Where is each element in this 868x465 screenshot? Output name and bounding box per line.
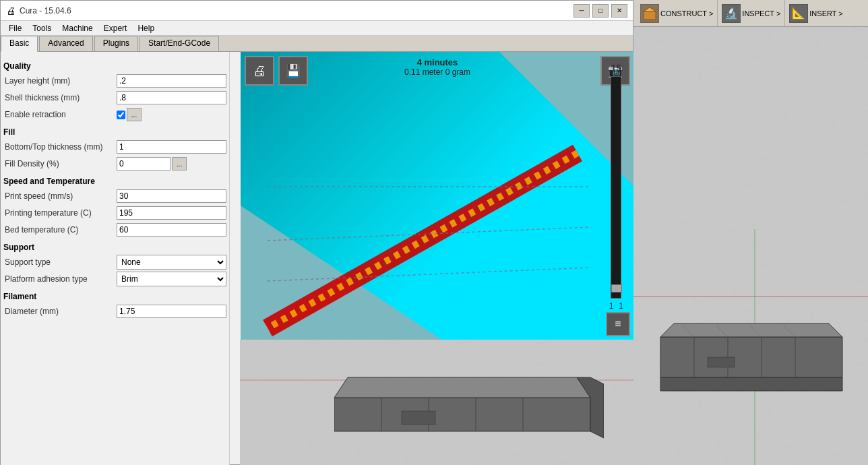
diameter-row: Diameter (mm): [3, 304, 226, 319]
right-toolbar: CONSTRUCT > 🔬 INSPECT > 📐 INSERT >: [633, 0, 868, 27]
enable-retraction-checkbox[interactable]: [117, 111, 125, 119]
svg-rect-31: [402, 411, 435, 425]
svg-marker-11: [660, 337, 842, 377]
shell-thickness-row: Shell thickness (mm): [3, 90, 226, 105]
svg-line-4: [268, 268, 591, 281]
layer-height-row: Layer height (mm): [3, 73, 226, 88]
support-type-select[interactable]: None Touching buildplate Everywhere: [117, 255, 226, 270]
print-speed-input[interactable]: [117, 189, 226, 203]
tab-plugins[interactable]: Plugins: [94, 36, 138, 51]
bed-temp-label: Bed temperature (C): [3, 225, 117, 235]
filament-header: Filament: [3, 292, 226, 301]
insert-label[interactable]: INSERT >: [809, 9, 842, 18]
3d-object-svg: [654, 270, 863, 404]
layer-bottom-right-label: 1: [619, 301, 623, 311]
construct-group: CONSTRUCT >: [636, 0, 718, 26]
window-title: Cura - 15.04.6: [20, 6, 574, 16]
quality-header: Quality: [3, 61, 226, 71]
app-icon: 🖨: [6, 5, 16, 16]
inspect-group: 🔬 INSPECT >: [718, 0, 785, 26]
printing-temp-label: Printing temperature (C): [3, 208, 117, 218]
diameter-label: Diameter (mm): [3, 307, 117, 316]
tab-basic[interactable]: Basic: [1, 36, 38, 52]
svg-marker-25: [334, 377, 590, 398]
inspect-icon: 🔬: [722, 4, 741, 23]
fill-density-label: Fill Density (%): [3, 159, 117, 168]
layer-height-label: Layer height (mm): [3, 76, 117, 86]
3d-viewport: [633, 27, 868, 465]
close-button[interactable]: ✕: [611, 4, 627, 18]
platform-adhesion-row: Platform adhesion type None Brim Raft: [3, 272, 226, 286]
printing-temp-row: Printing temperature (C): [3, 206, 226, 220]
sd-save-button[interactable]: 💾: [278, 56, 308, 86]
preview-time: 4 minutes: [404, 57, 470, 67]
layer-slider-track[interactable]: [611, 76, 621, 299]
svg-marker-12: [660, 323, 842, 337]
diameter-input[interactable]: [117, 305, 226, 318]
tabbar: Basic Advanced Plugins Start/End-GCode: [1, 36, 633, 52]
layer-slider-thumb[interactable]: [611, 284, 622, 292]
tab-start-end-gcode[interactable]: Start/End-GCode: [140, 36, 219, 51]
enable-retraction-row: Enable retraction ...: [3, 107, 226, 122]
menu-file[interactable]: File: [3, 22, 27, 34]
minimize-button[interactable]: ─: [574, 4, 590, 18]
print-speed-label: Print speed (mm/s): [3, 191, 117, 201]
right-panel: CONSTRUCT > 🔬 INSPECT > 📐 INSERT >: [633, 0, 868, 465]
layer-slider-top-label: 15: [611, 63, 622, 73]
window-controls: ─ □ ✕: [574, 4, 627, 18]
preview-info: 4 minutes 0.11 meter 0 gram: [404, 57, 470, 77]
speed-temp-header: Speed and Temperature: [3, 177, 226, 186]
bed-temp-row: Bed temperature (C): [3, 222, 226, 237]
long-box-svg: [334, 357, 604, 452]
fill-density-dots-button[interactable]: ...: [172, 157, 187, 170]
insert-group: 📐 INSERT >: [785, 0, 846, 26]
printing-temp-input[interactable]: [117, 206, 226, 220]
svg-rect-5: [644, 11, 656, 20]
layer-height-input[interactable]: [117, 74, 226, 88]
layer-view-button[interactable]: ≡: [606, 312, 630, 336]
support-header: Support: [3, 243, 226, 252]
bed-temp-input[interactable]: [117, 223, 226, 237]
enable-retraction-label: Enable retraction: [3, 110, 117, 119]
preview-area: 4 minutes 0.11 meter 0 gram 🖨 💾 📷 15 1 1…: [241, 52, 634, 340]
menubar: File Tools Machine Expert Help: [1, 21, 633, 36]
construct-label[interactable]: CONSTRUCT >: [660, 9, 713, 18]
bottom-top-input[interactable]: [117, 140, 226, 154]
inspect-label[interactable]: INSPECT >: [742, 9, 780, 18]
construct-icon: [640, 4, 659, 23]
print-button[interactable]: 🖨: [245, 56, 274, 86]
svg-marker-6: [644, 7, 656, 11]
maximize-button[interactable]: □: [592, 4, 609, 18]
svg-rect-17: [708, 357, 735, 367]
fill-density-input[interactable]: [117, 157, 170, 170]
support-type-row: Support type None Touching buildplate Ev…: [3, 255, 226, 270]
settings-panel: Quality Layer height (mm) Shell thicknes…: [1, 52, 230, 465]
bottom-top-row: Bottom/Top thickness (mm): [3, 140, 226, 154]
print-preview-svg: [241, 52, 634, 340]
tab-advanced[interactable]: Advanced: [39, 36, 92, 51]
print-speed-row: Print speed (mm/s): [3, 189, 226, 204]
svg-marker-24: [334, 398, 590, 431]
menu-expert[interactable]: Expert: [98, 22, 133, 34]
fill-header: Fill: [3, 127, 226, 137]
support-type-label: Support type: [3, 257, 117, 267]
shell-thickness-label: Shell thickness (mm): [3, 93, 117, 102]
layer-bottom-left-label: 1: [609, 301, 614, 311]
menu-tools[interactable]: Tools: [27, 22, 57, 34]
insert-icon: 📐: [789, 4, 808, 23]
platform-adhesion-label: Platform adhesion type: [3, 274, 117, 284]
preview-material: 0.11 meter 0 gram: [404, 67, 470, 77]
menu-help[interactable]: Help: [132, 22, 160, 34]
construct-svg-icon: [642, 6, 657, 21]
3d-viewport-lower: [240, 340, 633, 465]
retraction-dots-button[interactable]: ...: [127, 108, 142, 121]
platform-adhesion-select[interactable]: None Brim Raft: [117, 272, 226, 286]
layer-slider-bottom-labels: 1 1: [609, 301, 623, 311]
fill-density-row: Fill Density (%) ...: [3, 156, 226, 171]
shell-thickness-input[interactable]: [117, 91, 226, 104]
titlebar: 🖨 Cura - 15.04.6 ─ □ ✕: [1, 1, 633, 21]
svg-marker-10: [660, 377, 842, 391]
bottom-top-label: Bottom/Top thickness (mm): [3, 142, 117, 152]
layer-slider-container: 15 1 1: [609, 63, 623, 311]
menu-machine[interactable]: Machine: [57, 22, 98, 34]
